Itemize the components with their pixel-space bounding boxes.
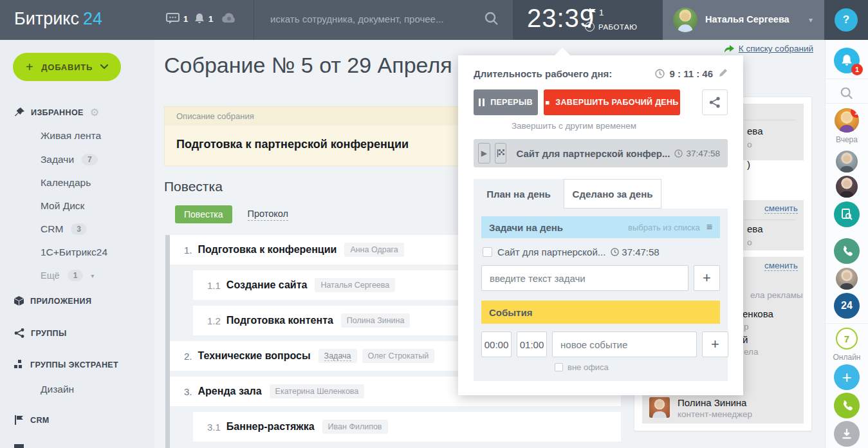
search-contacts-button[interactable] (840, 86, 854, 103)
user-menu[interactable]: Наталья Сергеева ▾ (663, 0, 824, 40)
sidebar-section-favorites[interactable]: ИЗБРАННОЕ ⚙ (14, 106, 100, 118)
item-label: Мой Диск (41, 200, 84, 212)
participant-role: контент-менеджер (678, 409, 752, 419)
text-fragment: р (744, 322, 749, 331)
pick-from-list-link[interactable]: выбрать из списка (628, 223, 700, 232)
responsible-badge[interactable]: Анна Одрага (344, 243, 403, 257)
notifications-button[interactable]: 1 (834, 48, 860, 73)
add-task-button[interactable]: + (694, 265, 720, 291)
agenda-item[interactable]: 3.1 Баннер-растяжка Иван Филипов (193, 412, 621, 442)
chat-bubble-icon (166, 13, 180, 24)
search-input[interactable]: искать сотрудника, документ, прочее... (270, 14, 502, 24)
telephony-button[interactable] (834, 393, 860, 418)
flag-icon (14, 415, 24, 425)
event-time-to-input[interactable] (517, 331, 547, 357)
chat-count: 1 (183, 14, 188, 24)
hamburger-icon[interactable]: ≡ (706, 221, 712, 233)
new-task-input[interactable] (481, 265, 688, 291)
text-fragment: й (743, 334, 748, 345)
duration-value: 9 : 11 : 46 (669, 68, 713, 79)
sidebar-item-calendar[interactable]: Календарь (41, 177, 91, 189)
pencil-icon[interactable] (719, 68, 728, 79)
participant-row[interactable]: Полина Зинина контент-менеджер (649, 397, 752, 419)
notif-badge: 1 (851, 64, 863, 75)
sidebar-item-more[interactable]: Ещё1▾ (41, 270, 94, 281)
worktime-clock-widget[interactable]: 23:39 1 РАБОТАЮ (513, 0, 663, 40)
pin-icon (14, 107, 24, 118)
clock-icon (674, 149, 683, 158)
responsible-badge[interactable]: Иван Филипов (322, 420, 388, 434)
tasks-count-badge: 7 (82, 154, 98, 165)
play-button[interactable]: ▶ (478, 143, 490, 163)
chat-icon[interactable]: 1 (166, 13, 188, 24)
share-button[interactable] (702, 89, 728, 115)
sidebar-item-my-disk[interactable]: Мой Диск (41, 200, 84, 212)
gear-icon[interactable]: ⚙ (90, 106, 100, 118)
tab-plan-for-day[interactable]: План на день (474, 179, 564, 209)
search-icon (840, 86, 854, 100)
break-button[interactable]: ПЕРЕРЫВ (474, 89, 538, 115)
download-app-button[interactable] (834, 421, 860, 447)
apps-label: ПРИЛОЖЕНИЯ (30, 297, 91, 306)
search-icon[interactable] (484, 11, 499, 29)
online-counter[interactable]: 7 (836, 328, 858, 350)
doc-search-button[interactable] (834, 201, 860, 227)
finish-other-time-link[interactable]: Завершить с другим временем (474, 121, 674, 131)
item-label: Живая лента (41, 130, 101, 142)
item-label: Календарь (41, 177, 91, 189)
call-history-button[interactable] (834, 238, 860, 264)
tab-done-for-day[interactable]: Сделано за день (564, 179, 661, 209)
add-event-button[interactable]: + (702, 331, 728, 357)
active-task-name[interactable]: Сайт для партнерской конфер... (516, 148, 670, 159)
invite-button[interactable]: + (834, 364, 860, 390)
add-button[interactable]: + ДОБАВИТЬ (13, 53, 121, 81)
tab-protocol[interactable]: Протокол (248, 209, 289, 221)
new-event-input[interactable] (552, 331, 697, 357)
task-link-badge[interactable]: Задача (319, 349, 357, 363)
tab-agenda[interactable]: Повестка (175, 205, 232, 223)
sidebar-section-apps[interactable]: ПРИЛОЖЕНИЯ (14, 296, 91, 306)
chat-contact[interactable] (836, 176, 858, 198)
out-of-office-checkbox[interactable] (555, 363, 563, 371)
finish-workday-button[interactable]: ■ ЗАВЕРШИТЬ РАБОЧИЙ ДЕНЬ (544, 89, 680, 115)
tasks-header-label: Задачи на день (489, 222, 563, 233)
sidebar-section-extranet[interactable]: ГРУППЫ ЭКСТРАНЕТ (14, 360, 118, 369)
item-label: CRM (41, 223, 63, 235)
responsible-badge[interactable]: Олег Строкатый (362, 349, 435, 363)
change-link[interactable]: сменить (764, 261, 798, 271)
sidebar-item-design[interactable]: Дизайн (41, 384, 74, 395)
event-time-from-input[interactable] (481, 331, 512, 357)
chat-contact[interactable] (836, 151, 858, 173)
flag-counter[interactable]: 1 (589, 8, 604, 17)
responsible-badge[interactable]: Екатерина Шеленкова (270, 384, 365, 398)
sidebar-item-live-feed[interactable]: Живая лента (41, 130, 101, 142)
sidebar-item-1c-bitrix24[interactable]: 1С+Битрикс24 (41, 247, 107, 258)
work-status[interactable]: РАБОТАЮ (585, 22, 637, 32)
text-fragment: ева (747, 126, 763, 136)
logo-text: Битрикс (14, 9, 79, 28)
chat-contact[interactable] (836, 268, 858, 290)
back-to-meetings-link[interactable]: К списку собраний (724, 44, 813, 53)
notifications-icon[interactable]: 1 (194, 13, 213, 24)
online-label: Онлайн (826, 353, 868, 362)
more-count-badge: 1 (68, 270, 84, 281)
sidebar-item-crm[interactable]: CRM3 (41, 223, 87, 235)
finish-task-button[interactable] (495, 143, 507, 163)
bitrix24-network-button[interactable]: 24 (834, 293, 860, 319)
responsible-badge[interactable]: Наталья Сергеева (315, 278, 395, 292)
app-logo[interactable]: Битрикс24 (14, 9, 102, 29)
chat-contact-assistant[interactable]: 1 (835, 108, 859, 133)
help-button[interactable]: ? (835, 8, 858, 32)
cloud-icon[interactable] (221, 13, 237, 23)
checkered-flag-icon (496, 149, 505, 158)
document-search-icon (840, 208, 853, 221)
responsible-badge[interactable]: Полина Зинина (341, 313, 411, 328)
change-link[interactable]: сменить (764, 203, 798, 214)
out-of-office-label: вне офиса (568, 362, 609, 372)
item-number: 3. (184, 386, 192, 397)
sidebar-item-tasks[interactable]: Задачи7 (41, 154, 98, 165)
task-checkbox[interactable] (483, 247, 492, 257)
task-item-label[interactable]: Сайт для партнерской... (497, 247, 605, 257)
sidebar-section-crm[interactable]: CRM (14, 415, 50, 425)
sidebar-section-groups[interactable]: ГРУППЫ (14, 328, 67, 338)
